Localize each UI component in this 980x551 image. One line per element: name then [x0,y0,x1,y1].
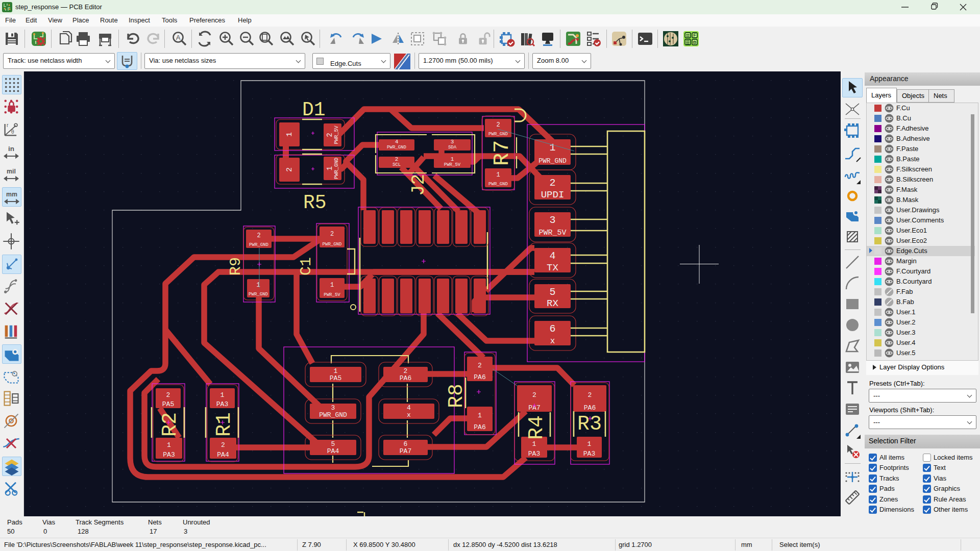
svg-text:TX: TX [547,262,558,273]
svg-text:PWR_GND: PWR_GND [334,158,339,179]
svg-text:1: 1 [285,132,294,137]
svg-text:PWR_GND: PWR_GND [323,242,342,247]
svg-text:PWR_GND: PWR_GND [488,182,508,187]
svg-text:2: 2 [588,391,592,399]
svg-text:4: 4 [395,139,399,145]
svg-text:1: 1 [167,441,171,449]
svg-text:PA5: PA5 [330,374,341,382]
svg-text:PWR_5V: PWR_5V [334,126,339,144]
svg-text:1: 1 [478,412,482,419]
svg-text:1: 1 [220,391,225,399]
svg-text:2: 2 [496,121,500,129]
svg-text:PA3: PA3 [583,450,595,458]
svg-text:5: 5 [331,440,335,448]
svg-text:6: 6 [404,440,408,448]
svg-text:mm: mm [6,191,17,198]
svg-text:2: 2 [330,231,334,238]
svg-text:D1: D1 [302,99,326,121]
svg-text:R9: R9 [227,257,244,276]
svg-text:1: 1 [334,367,338,375]
svg-text:PWR_GND: PWR_GND [488,132,508,137]
svg-text:PA4: PA4 [327,447,339,455]
svg-text:2: 2 [257,232,260,239]
svg-text:B: B [693,40,697,45]
svg-text:1: 1 [330,282,334,289]
svg-text:R5: R5 [303,192,327,214]
svg-text:2: 2 [285,167,294,172]
svg-text:2: 2 [221,441,225,449]
svg-text:R1: R1 [213,412,236,437]
svg-text:SDA: SDA [448,145,457,150]
svg-text:1: 1 [496,171,500,179]
svg-text:2: 2 [549,177,555,189]
svg-text:3: 3 [331,404,335,412]
svg-text:PA7: PA7 [400,447,411,455]
svg-text:2: 2 [166,391,170,399]
svg-text:PA6: PA6 [400,374,411,382]
svg-text:PWR_GND: PWR_GND [249,242,268,247]
svg-text:1: 1 [451,156,454,162]
svg-text:3: 3 [549,214,555,226]
svg-text:4: 4 [549,250,555,262]
svg-text:C1: C1 [298,257,315,276]
svg-text:PWR_GND: PWR_GND [319,411,347,419]
svg-text:PWR_5V: PWR_5V [538,229,566,237]
svg-text:2: 2 [532,391,536,399]
svg-text:2: 2 [395,156,399,162]
svg-text:PWR_5V: PWR_5V [324,292,340,297]
svg-text:PA6: PA6 [584,404,596,412]
svg-text:R4: R4 [525,415,548,440]
svg-text:R3: R3 [577,413,602,436]
svg-text:2: 2 [326,133,334,137]
svg-text:1: 1 [256,282,260,289]
svg-text:A: A [176,34,181,41]
svg-text:PA3: PA3 [528,450,540,458]
svg-text:mil: mil [7,168,16,175]
svg-text:SCL: SCL [393,162,401,167]
svg-text:F: F [693,33,696,38]
svg-text:r: r [7,122,9,128]
svg-text:4: 4 [407,404,411,412]
svg-text:x: x [550,337,555,346]
svg-text:PA6: PA6 [474,423,485,431]
svg-text:1: 1 [326,166,334,170]
svg-text:2: 2 [404,367,408,375]
svg-text:RX: RX [547,298,558,309]
svg-text:R7: R7 [490,140,514,166]
svg-text:6: 6 [549,323,555,335]
svg-text:PWR_5V: PWR_5V [444,162,461,167]
svg-text:1: 1 [549,142,555,154]
svg-text:3: 3 [451,139,454,145]
svg-text:in: in [8,145,14,153]
svg-text:5: 5 [549,286,555,298]
svg-text:R2: R2 [159,412,182,437]
svg-text:PA6: PA6 [474,373,485,381]
svg-text:PA4: PA4 [217,451,229,459]
svg-text:PA5: PA5 [162,400,174,408]
svg-text:PA3: PA3 [163,451,175,459]
svg-text:x: x [407,411,411,419]
svg-text:UPDI: UPDI [541,189,565,201]
svg-text:PA3: PA3 [216,400,228,408]
svg-text:PWR_GND: PWR_GND [249,292,268,297]
svg-text:1: 1 [587,440,592,448]
svg-text:2: 2 [478,362,482,369]
svg-text:J2: J2 [408,174,429,196]
svg-text:1: 1 [532,440,536,448]
svg-text:PWR_GND: PWR_GND [387,145,406,150]
svg-text:PWR_GND: PWR_GND [538,157,567,165]
